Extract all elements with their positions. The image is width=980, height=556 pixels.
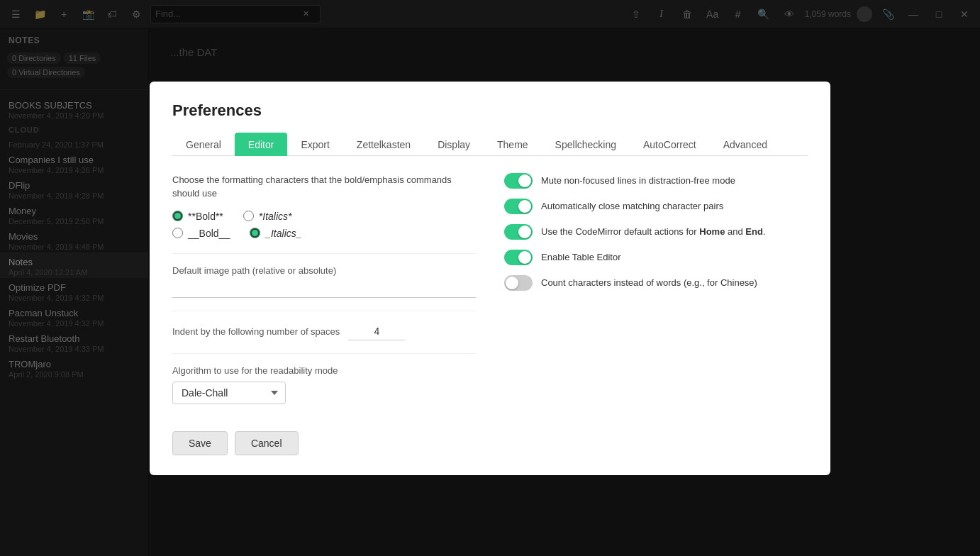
- toggle-label-count-chars: Count characters instead of words (e.g.,…: [541, 277, 808, 288]
- modal-overlay: Preferences General Editor Export Zettel…: [0, 0, 980, 556]
- tab-spellchecking[interactable]: Spellchecking: [542, 133, 630, 156]
- tab-autocorrect[interactable]: AutoCorrect: [630, 133, 710, 156]
- algorithm-label: Algorithm to use for the readability mod…: [172, 365, 476, 376]
- italics-asterisk-label: *Italics*: [259, 211, 292, 222]
- image-path-group: Default image path (relative or absolute…: [172, 265, 476, 298]
- toggle-label-table-editor: Enable Table Editor: [541, 252, 808, 262]
- toggle-row-mute-lines: Mute non-focused lines in distraction-fr…: [504, 173, 808, 189]
- indent-row: Indent by the following number of spaces: [172, 323, 476, 340]
- tab-display[interactable]: Display: [424, 133, 484, 156]
- pref-left: Choose the formatting characters that th…: [172, 173, 476, 411]
- preferences-title: Preferences: [172, 101, 808, 120]
- italics-asterisk-option[interactable]: *Italics*: [243, 211, 292, 222]
- toggle-codemirror[interactable]: [504, 224, 533, 240]
- algorithm-group: Algorithm to use for the readability mod…: [172, 365, 476, 404]
- toggle-knob: [518, 200, 531, 213]
- modal-footer: Save Cancel: [172, 431, 808, 455]
- bold-underscore-label: __Bold__: [188, 228, 230, 239]
- toggle-row-codemirror: Use the CodeMirror default actions for H…: [504, 224, 808, 240]
- bold-asterisk-label: **Bold**: [188, 211, 223, 222]
- tab-export[interactable]: Export: [287, 133, 343, 156]
- formatting-row-2: __Bold__ _Italics_: [172, 228, 476, 239]
- bold-asterisk-option[interactable]: **Bold**: [172, 211, 223, 222]
- tab-zettelkasten[interactable]: Zettelkasten: [343, 133, 424, 156]
- cancel-button[interactable]: Cancel: [235, 431, 299, 455]
- save-button[interactable]: Save: [172, 431, 228, 455]
- italics-underscore-option[interactable]: _Italics_: [250, 228, 301, 239]
- toggle-mute-lines[interactable]: [504, 173, 533, 189]
- tab-advanced[interactable]: Advanced: [710, 133, 781, 156]
- tab-theme[interactable]: Theme: [484, 133, 542, 156]
- indent-input[interactable]: [348, 323, 405, 340]
- toggle-knob: [506, 277, 518, 289]
- bold-underscore-radio[interactable]: [172, 228, 183, 238]
- toggle-label-codemirror: Use the CodeMirror default actions for H…: [541, 226, 808, 237]
- toggle-count-chars[interactable]: [504, 275, 533, 291]
- italics-underscore-radio[interactable]: [250, 228, 260, 238]
- bold-asterisk-radio[interactable]: [172, 211, 183, 221]
- formatting-row-1: **Bold** *Italics*: [172, 211, 476, 222]
- formatting-description: Choose the formatting characters that th…: [172, 173, 476, 201]
- toggle-close-pairs[interactable]: [504, 199, 533, 214]
- toggle-label-mute-lines: Mute non-focused lines in distraction-fr…: [541, 175, 808, 186]
- toggle-knob: [518, 174, 531, 187]
- toggle-table-editor[interactable]: [504, 250, 533, 265]
- formatting-radios: **Bold** *Italics* __Bold__: [172, 211, 476, 239]
- italics-underscore-label: _Italics_: [265, 228, 301, 239]
- algorithm-select[interactable]: Dale-Chall Flesch-Kincaid Gunning Fog SM…: [172, 382, 286, 404]
- toggle-knob: [518, 226, 531, 238]
- image-path-input[interactable]: [172, 280, 476, 298]
- image-path-label: Default image path (relative or absolute…: [172, 265, 476, 276]
- preferences-body: Choose the formatting characters that th…: [172, 173, 808, 411]
- indent-label: Indent by the following number of spaces: [172, 326, 340, 337]
- preferences-modal: Preferences General Editor Export Zettel…: [150, 82, 830, 475]
- toggle-row-close-pairs: Automatically close matching character p…: [504, 199, 808, 214]
- toggle-label-close-pairs: Automatically close matching character p…: [541, 201, 808, 211]
- toggle-knob: [518, 251, 531, 264]
- tab-editor[interactable]: Editor: [235, 133, 288, 156]
- preferences-tabs: General Editor Export Zettelkasten Displ…: [172, 133, 808, 156]
- tab-general[interactable]: General: [172, 133, 235, 156]
- pref-right: Mute non-focused lines in distraction-fr…: [504, 173, 808, 411]
- italics-asterisk-radio[interactable]: [243, 211, 254, 221]
- toggle-row-count-chars: Count characters instead of words (e.g.,…: [504, 275, 808, 291]
- bold-underscore-option[interactable]: __Bold__: [172, 228, 230, 239]
- toggle-row-table-editor: Enable Table Editor: [504, 250, 808, 265]
- toggle-list: Mute non-focused lines in distraction-fr…: [504, 173, 808, 291]
